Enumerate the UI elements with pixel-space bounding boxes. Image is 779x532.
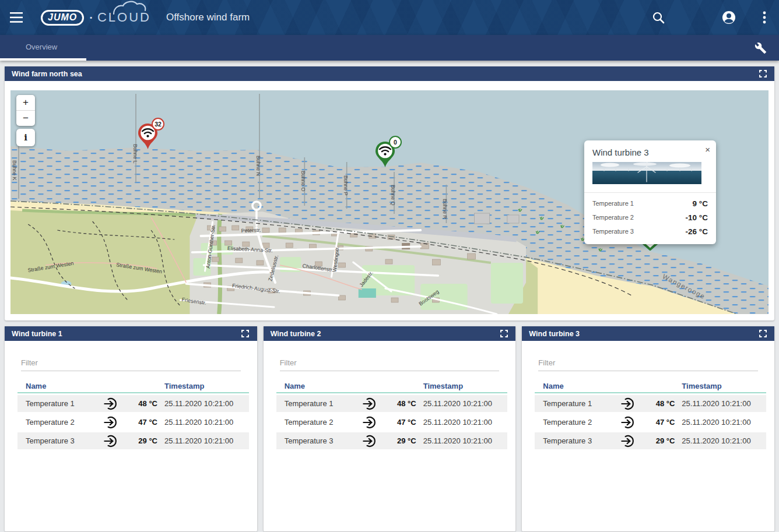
more-options-button[interactable] <box>753 6 776 29</box>
map-zoom-control: + − <box>16 95 35 126</box>
cloud-outline-icon <box>111 0 158 15</box>
svg-text:Buhne R: Buhne R <box>442 199 448 219</box>
popup-row: Temperature 2 -10 °C <box>592 210 708 224</box>
table-row[interactable]: Temperature 3 29 °C 25.11.2020 10:21:00 <box>276 432 508 449</box>
map-widget-title: Wind farm north sea <box>12 70 82 78</box>
table-row[interactable]: Temperature 2 47 °C 25.11.2020 10:21:00 <box>276 414 508 431</box>
wrench-icon <box>755 42 767 54</box>
table-header-row: Name Timestamp <box>535 379 766 393</box>
tab-bar: Overview <box>0 35 779 61</box>
table-row[interactable]: Temperature 3 29 °C 25.11.2020 10:21:00 <box>535 432 766 449</box>
datapoint-timestamp: 25.11.2020 10:21:00 <box>157 418 249 427</box>
datapoint-value: 29 °C <box>383 436 416 445</box>
datapoint-table: Name Timestamp Temperature 1 48 °C 25.11… <box>17 379 249 449</box>
map-widget-header: Wind farm north sea <box>5 66 774 81</box>
tab-overview-label: Overview <box>26 43 57 51</box>
popup-row-label: Temperature 3 <box>592 228 686 235</box>
tab-overview[interactable]: Overview <box>0 35 86 61</box>
jumo-logo: JUMO <box>41 10 84 26</box>
panel-wind-turbine-2: Wind turbine 2 Name Timestamp <box>264 326 516 531</box>
account-button[interactable] <box>717 6 741 29</box>
map-marker-green[interactable]: 0 <box>374 141 396 168</box>
datapoint-timestamp: 25.11.2020 10:21:00 <box>675 436 766 445</box>
table-row[interactable]: Temperature 1 48 °C 25.11.2020 10:21:00 <box>535 395 766 412</box>
zoom-in-button[interactable]: + <box>16 95 35 110</box>
datapoint-value: 47 °C <box>124 418 157 427</box>
column-header-timestamp: Timestamp <box>416 382 508 390</box>
datapoint-timestamp: 25.11.2020 10:21:00 <box>157 399 249 408</box>
datapoint-timestamp: 25.11.2020 10:21:00 <box>416 399 508 408</box>
panel-title: Wind turbine 3 <box>529 330 580 338</box>
popup-close-button[interactable]: × <box>705 145 710 154</box>
fullscreen-icon <box>759 70 767 77</box>
table-row[interactable]: Temperature 1 48 °C 25.11.2020 10:21:00 <box>276 395 508 412</box>
datapoint-value: 48 °C <box>124 399 157 408</box>
panel-wind-turbine-3: Wind turbine 3 Name Timestamp <box>522 326 774 531</box>
panel-wind-turbine-1: Wind turbine 1 Name Timestamp <box>5 326 257 531</box>
input-signal-icon <box>99 396 124 411</box>
popup-row-value: 9 °C <box>693 199 708 208</box>
configure-button[interactable] <box>749 36 772 59</box>
search-button[interactable] <box>647 6 670 29</box>
datapoint-name: Temperature 2 <box>26 418 99 427</box>
panel-fullscreen-button[interactable] <box>499 329 508 339</box>
input-signal-icon <box>358 415 383 430</box>
table-row[interactable]: Temperature 2 47 °C 25.11.2020 10:21:00 <box>535 414 766 431</box>
menu-button[interactable] <box>5 6 28 29</box>
hamburger-icon <box>10 12 23 23</box>
map-canvas[interactable]: Buhne K Buhne L Buhne N Buhne O Buhne P … <box>10 90 769 314</box>
map-fullscreen-button[interactable] <box>758 69 767 79</box>
datapoint-name: Temperature 1 <box>26 399 99 408</box>
datapoint-table: Name Timestamp Temperature 1 48 °C 25.11… <box>535 379 766 449</box>
datapoint-timestamp: 25.11.2020 10:21:00 <box>416 436 508 445</box>
offshore-wind-farm-photo <box>592 162 701 184</box>
svg-text:Buhne P: Buhne P <box>343 175 349 196</box>
fullscreen-icon <box>759 330 767 337</box>
fullscreen-icon <box>500 330 508 337</box>
map-popup-wind-turbine-3: Wind turbine 3 × <box>584 140 716 244</box>
table-header-row: Name Timestamp <box>17 379 249 393</box>
popup-row: Temperature 3 -26 °C <box>592 224 708 238</box>
filter-input[interactable] <box>538 356 758 371</box>
search-icon <box>652 12 665 24</box>
panel-fullscreen-button[interactable] <box>241 329 250 339</box>
input-signal-icon <box>616 415 641 430</box>
filter-input[interactable] <box>21 356 241 371</box>
jumo-cloud-logo: JUMO · CLOUD <box>41 10 151 26</box>
datapoint-name: Temperature 2 <box>285 418 358 427</box>
map-widget: Wind farm north sea <box>5 66 774 320</box>
popup-row-label: Temperature 1 <box>592 200 693 207</box>
column-header-name: Name <box>543 382 616 390</box>
map-info-button[interactable]: i <box>16 129 35 146</box>
datapoint-value: 29 °C <box>641 436 675 445</box>
datapoint-name: Temperature 3 <box>543 436 616 445</box>
input-signal-icon <box>616 434 641 449</box>
table-row[interactable]: Temperature 3 29 °C 25.11.2020 10:21:00 <box>17 432 249 449</box>
table-row[interactable]: Temperature 2 47 °C 25.11.2020 10:21:00 <box>17 414 249 431</box>
panel-fullscreen-button[interactable] <box>758 329 767 339</box>
map-sports-field <box>359 288 376 298</box>
panel-header: Wind turbine 1 <box>5 326 257 341</box>
svg-text:Peterstr.: Peterstr. <box>241 227 261 234</box>
popup-row: Temperature 1 9 °C <box>592 196 708 210</box>
panel-header: Wind turbine 3 <box>522 326 774 341</box>
zoom-out-button[interactable]: − <box>16 111 35 126</box>
input-signal-icon <box>358 396 383 411</box>
column-header-timestamp: Timestamp <box>675 382 766 390</box>
marker-alarm-count-badge: 0 <box>389 136 402 149</box>
svg-text:Buhne K: Buhne K <box>12 160 17 181</box>
marker-alarm-count-badge: 32 <box>152 118 164 131</box>
map-marker-red[interactable]: 32 <box>137 123 159 150</box>
panel-title: Wind turbine 2 <box>271 330 321 338</box>
table-row[interactable]: Temperature 1 48 °C 25.11.2020 10:21:00 <box>17 395 249 412</box>
datapoint-name: Temperature 1 <box>285 399 358 408</box>
filter-input[interactable] <box>280 356 500 371</box>
account-circle-icon <box>722 10 736 24</box>
svg-text:Buhne O: Buhne O <box>300 171 306 192</box>
datapoint-value: 47 °C <box>383 418 416 427</box>
datapoint-value: 47 °C <box>641 418 675 427</box>
fullscreen-icon <box>241 330 249 337</box>
datapoint-name: Temperature 3 <box>285 436 358 445</box>
input-signal-icon <box>99 434 124 449</box>
datapoint-timestamp: 25.11.2020 10:21:00 <box>675 418 766 427</box>
